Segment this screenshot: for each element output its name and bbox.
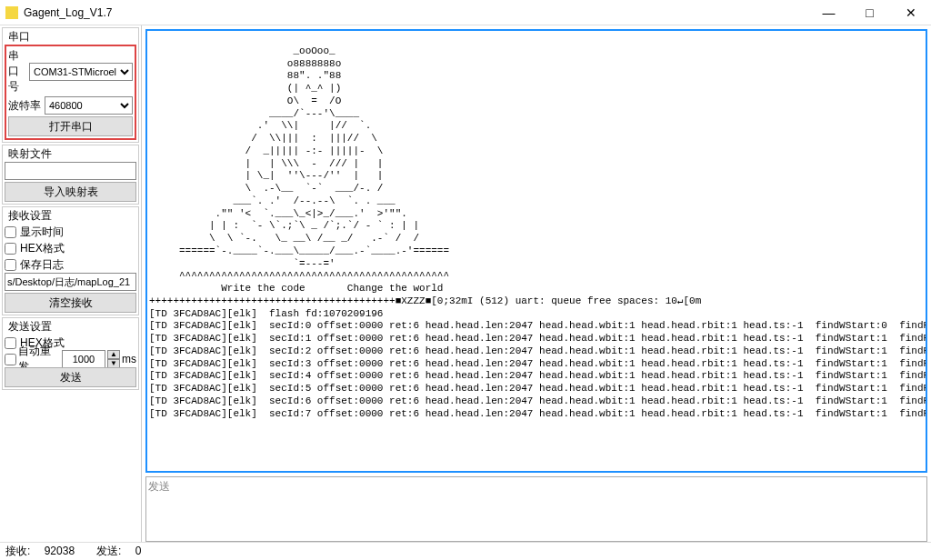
port-label: 串口号	[8, 48, 29, 95]
interval-input[interactable]	[62, 350, 105, 368]
tx-counter: 发送: 0	[96, 544, 152, 559]
auto-resend-checkbox[interactable]	[5, 354, 16, 365]
sidebar: 串口 串口号 COM31-STMicroel 波特率 460800 打开串口 映…	[0, 25, 142, 542]
recv-hex-label: HEX格式	[20, 241, 65, 256]
map-group-title: 映射文件	[6, 146, 54, 162]
recv-group: 接收设置 显示时间 HEX格式 保存日志 清空接收	[2, 206, 139, 315]
minimize-button[interactable]: —	[808, 0, 849, 25]
serial-group-title: 串口	[6, 29, 32, 45]
close-button[interactable]: ✕	[890, 0, 931, 25]
interval-up-icon[interactable]: ▲	[107, 350, 120, 359]
map-file-input[interactable]	[5, 162, 136, 180]
titlebar: Gagent_Log_V1.7 — □ ✕	[0, 0, 931, 25]
baud-label: 波特率	[8, 98, 45, 114]
statusbar: 接收: 92038 发送: 0	[0, 542, 931, 560]
send-button[interactable]: 发送	[5, 367, 136, 387]
import-map-button[interactable]: 导入映射表	[5, 182, 136, 202]
maximize-button[interactable]: □	[849, 0, 890, 25]
window-title: Gagent_Log_V1.7	[24, 6, 808, 19]
save-log-checkbox[interactable]	[5, 259, 16, 271]
log-output[interactable]: _ooOoo_ o8888888o 88". ."88 (| ^_^ |) O\…	[145, 29, 927, 473]
baud-select[interactable]: 460800	[45, 96, 133, 115]
clear-recv-button[interactable]: 清空接收	[5, 293, 136, 313]
send-input-area[interactable]: 发送	[145, 476, 927, 542]
open-serial-button[interactable]: 打开串口	[8, 116, 133, 136]
port-select[interactable]: COM31-STMicroel	[29, 63, 133, 81]
save-log-label: 保存日志	[20, 257, 64, 273]
send-group: 发送设置 HEX格式 自动重发 ▲ ▼ ms 发送	[2, 317, 139, 390]
recv-hex-checkbox[interactable]	[5, 243, 16, 255]
app-icon	[5, 6, 18, 19]
rx-counter: 接收: 92038	[5, 544, 85, 559]
interval-unit: ms	[122, 353, 136, 365]
show-time-label: 显示时间	[20, 225, 64, 240]
log-path-input[interactable]	[5, 273, 136, 291]
recv-group-title: 接收设置	[6, 208, 54, 224]
send-hex-checkbox[interactable]	[5, 337, 16, 349]
show-time-checkbox[interactable]	[5, 226, 16, 238]
map-group: 映射文件 导入映射表	[2, 145, 139, 205]
send-group-title: 发送设置	[6, 319, 54, 335]
window-controls: — □ ✕	[808, 0, 931, 25]
serial-group: 串口 串口号 COM31-STMicroel 波特率 460800 打开串口	[2, 27, 139, 143]
send-placeholder: 发送	[148, 480, 170, 493]
